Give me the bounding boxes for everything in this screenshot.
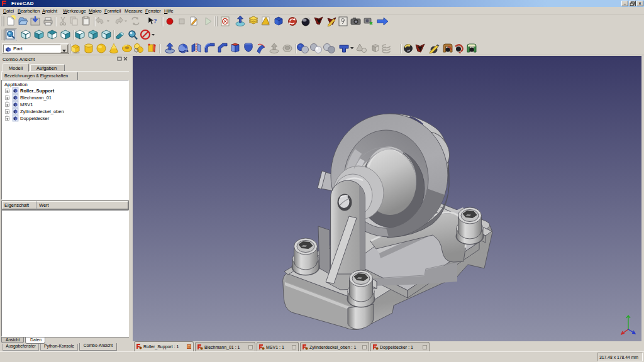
svg-text:?: ? — [153, 17, 157, 25]
